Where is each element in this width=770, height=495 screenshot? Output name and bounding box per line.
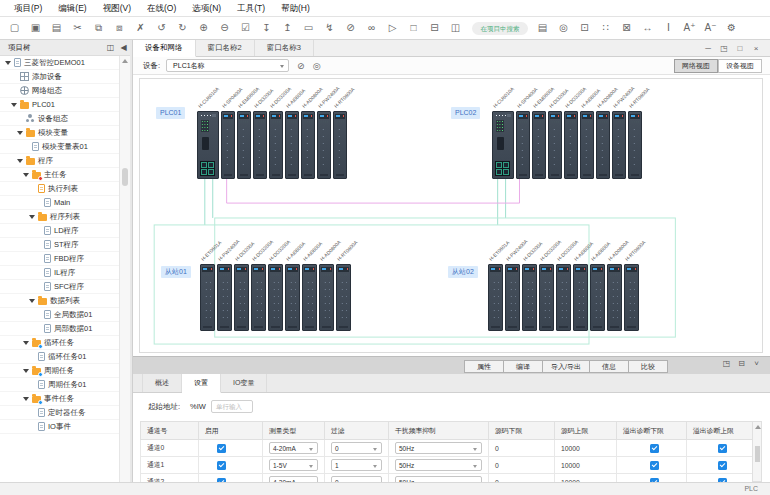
save-icon[interactable]: ▤ bbox=[50, 18, 63, 38]
io-module[interactable] bbox=[539, 264, 554, 331]
settings-icon[interactable]: ⚙ bbox=[725, 18, 738, 38]
run-icon[interactable]: ▷ bbox=[386, 18, 399, 38]
io-module[interactable] bbox=[302, 264, 317, 331]
tree-item-LD程序[interactable]: LD程序 bbox=[0, 224, 119, 238]
action-button-属性[interactable]: 属性 bbox=[464, 360, 504, 373]
io-module[interactable] bbox=[596, 111, 610, 179]
split-vertical-icon[interactable]: ◫ bbox=[449, 18, 462, 38]
tree-item-全局数据01[interactable]: 全局数据01 bbox=[0, 308, 119, 322]
rack-label-从站02[interactable]: 从站02 bbox=[448, 266, 478, 278]
tree-item-IO事件[interactable]: IO事件 bbox=[0, 420, 119, 434]
disable-circle-icon[interactable]: ⊘ bbox=[297, 61, 305, 71]
tree-item-事件任务[interactable]: 事件任务 bbox=[0, 392, 119, 406]
tree-item-循环任务01[interactable]: 循环任务01 bbox=[0, 350, 119, 364]
io-module[interactable] bbox=[564, 111, 578, 179]
tree-item-添加设备[interactable]: 添加设备 bbox=[0, 70, 119, 84]
expand-caret-icon[interactable] bbox=[23, 173, 29, 177]
io-module[interactable] bbox=[505, 264, 520, 331]
expand-caret-icon[interactable] bbox=[17, 159, 23, 163]
tree-item-数据列表[interactable]: 数据列表 bbox=[0, 294, 119, 308]
tree-item-主任务[interactable]: 主任务 bbox=[0, 168, 119, 182]
cursor-icon[interactable]: Ⅰ bbox=[662, 18, 675, 38]
io-module[interactable] bbox=[607, 264, 622, 331]
redo-icon[interactable]: ↻ bbox=[176, 18, 189, 38]
dropdown-select[interactable]: 0 bbox=[331, 442, 382, 454]
collapse-icon[interactable]: ˅ bbox=[749, 359, 764, 368]
io-module[interactable] bbox=[488, 264, 503, 331]
bottom-tab-概述[interactable]: 概述 bbox=[142, 374, 182, 392]
tree-scrollbar[interactable] bbox=[119, 56, 130, 482]
width-icon[interactable]: ↔ bbox=[641, 18, 654, 38]
io-module[interactable] bbox=[333, 111, 347, 179]
pin-panel-icon[interactable]: ◫ bbox=[104, 43, 117, 52]
io-module[interactable] bbox=[590, 264, 605, 331]
expand-caret-icon[interactable] bbox=[11, 103, 17, 107]
tree-item-执行列表[interactable]: 执行列表 bbox=[0, 182, 119, 196]
io-module[interactable] bbox=[253, 111, 267, 179]
checkbox-checked[interactable] bbox=[217, 461, 226, 470]
expand-caret-icon[interactable] bbox=[17, 131, 23, 135]
tree-item-Main[interactable]: Main bbox=[0, 196, 119, 210]
tree-item-三菱智控DEMO01[interactable]: 三菱智控DEMO01 bbox=[0, 56, 119, 70]
menu-在线O[interactable]: 在线(O) bbox=[139, 0, 184, 16]
io-module[interactable] bbox=[319, 264, 334, 331]
collapse-panel-icon[interactable]: ◀ bbox=[117, 43, 130, 52]
scroll-up-icon[interactable] bbox=[755, 425, 761, 429]
expand-caret-icon[interactable] bbox=[23, 369, 29, 373]
tree-item-模块变量[interactable]: 模块变量 bbox=[0, 126, 119, 140]
stop-icon[interactable]: □ bbox=[407, 18, 420, 38]
split-horizontal-icon[interactable]: ⊟ bbox=[428, 18, 441, 38]
io-module[interactable] bbox=[573, 264, 588, 331]
io-module[interactable] bbox=[516, 111, 530, 179]
font-decrease-icon[interactable]: A⁻ bbox=[704, 18, 717, 38]
io-module[interactable] bbox=[285, 111, 299, 179]
find-icon[interactable]: ∞ bbox=[365, 18, 378, 38]
tree-item-网络组态[interactable]: 网络组态 bbox=[0, 84, 119, 98]
dot-square-icon[interactable]: ⊡ bbox=[578, 18, 591, 38]
monitor-icon[interactable]: ▭ bbox=[302, 18, 315, 38]
new-file-icon[interactable]: ▢ bbox=[8, 18, 21, 38]
io-module[interactable] bbox=[548, 111, 562, 179]
io-module[interactable] bbox=[317, 111, 331, 179]
menu-编辑E[interactable]: 编辑(E) bbox=[50, 0, 94, 16]
action-button-编译[interactable]: 编译 bbox=[503, 360, 543, 373]
view-button-网络视图[interactable]: 网络视图 bbox=[674, 59, 718, 73]
rack-label-PLC01[interactable]: PLC01 bbox=[156, 107, 185, 119]
checklist-icon[interactable]: ☑ bbox=[239, 18, 252, 38]
close-icon[interactable]: × bbox=[748, 44, 764, 53]
io-module[interactable] bbox=[285, 264, 300, 331]
io-module[interactable] bbox=[221, 111, 235, 179]
tree-item-设备组态[interactable]: 设备组态 bbox=[0, 112, 119, 126]
io-module[interactable] bbox=[269, 111, 283, 179]
io-module[interactable] bbox=[268, 264, 283, 331]
copy-icon[interactable]: ⧉ bbox=[92, 18, 105, 38]
tree-item-ST程序[interactable]: ST程序 bbox=[0, 238, 119, 252]
tree-item-模块变量表01[interactable]: 模块变量表01 bbox=[0, 140, 119, 154]
io-module[interactable] bbox=[580, 111, 594, 179]
io-module[interactable] bbox=[522, 264, 537, 331]
io-module[interactable] bbox=[556, 264, 571, 331]
dropdown-select[interactable]: 1 bbox=[331, 459, 382, 471]
table-scrollbar[interactable] bbox=[752, 421, 762, 482]
menu-工具T[interactable]: 工具(T) bbox=[229, 0, 273, 16]
undo-icon[interactable]: ↺ bbox=[155, 18, 168, 38]
check-circle-icon[interactable]: ◎ bbox=[557, 18, 570, 38]
cut-icon[interactable]: ✂ bbox=[71, 18, 84, 38]
maximize-icon[interactable]: □ bbox=[732, 44, 748, 53]
checkbox-checked[interactable] bbox=[650, 461, 659, 470]
target-circle-icon[interactable]: ◎ bbox=[313, 61, 321, 71]
expand-caret-icon[interactable] bbox=[29, 299, 35, 303]
zoom-in-icon[interactable]: ⊕ bbox=[197, 18, 210, 38]
dropdown-select[interactable]: 4-20mA bbox=[269, 442, 318, 454]
io-module[interactable] bbox=[336, 264, 351, 331]
menu-项目P[interactable]: 项目(P) bbox=[6, 0, 50, 16]
menu-选项N[interactable]: 选项(N) bbox=[184, 0, 229, 16]
action-button-比较[interactable]: 比较 bbox=[628, 360, 668, 373]
tree-item-定时器任务[interactable]: 定时器任务 bbox=[0, 406, 119, 420]
rack-label-从站01[interactable]: 从站01 bbox=[161, 266, 191, 278]
io-module[interactable] bbox=[624, 264, 639, 331]
upload-icon[interactable]: ↥ bbox=[281, 18, 294, 38]
expand-caret-icon[interactable] bbox=[23, 397, 29, 401]
scroll-up-icon[interactable] bbox=[122, 59, 128, 63]
io-module[interactable] bbox=[217, 264, 232, 331]
